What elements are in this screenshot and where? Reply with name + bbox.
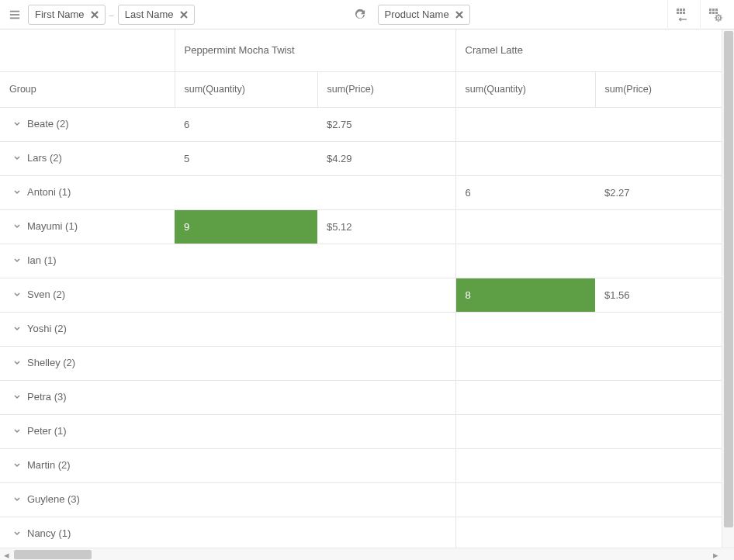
price-cell[interactable] [595, 380, 722, 414]
quantity-cell[interactable] [175, 278, 317, 312]
price-cell[interactable] [595, 448, 722, 482]
price-cell[interactable]: $5.12 [317, 209, 455, 244]
rows-icon[interactable] [5, 5, 25, 25]
quantity-cell[interactable] [175, 517, 317, 548]
scroll-left-arrow[interactable]: ◂ [0, 548, 12, 560]
vertical-scrollbar[interactable] [722, 29, 734, 548]
group-cell[interactable]: Yoshi (2) [0, 312, 175, 346]
price-cell[interactable] [317, 346, 455, 380]
price-cell[interactable]: $2.75 [317, 107, 455, 141]
group-cell[interactable]: Nancy (1) [0, 517, 175, 548]
price-cell[interactable] [595, 414, 722, 448]
measure-header[interactable]: sum(Price) [595, 71, 722, 107]
quantity-cell[interactable] [455, 346, 595, 380]
row-chip-lastname[interactable]: Last Name [118, 5, 195, 25]
group-cell[interactable]: Peter (1) [0, 414, 175, 448]
price-cell[interactable] [317, 414, 455, 448]
quantity-cell[interactable]: 6 [175, 107, 317, 141]
close-icon[interactable] [89, 9, 100, 20]
group-cell[interactable]: Sven (2) [0, 278, 175, 312]
price-cell[interactable] [595, 209, 722, 244]
measure-header[interactable]: sum(Quantity) [175, 71, 317, 107]
quantity-cell[interactable] [455, 209, 595, 244]
group-cell[interactable]: Beate (2) [0, 107, 175, 141]
expand-button[interactable]: Antoni (1) [12, 186, 71, 198]
settings-icon[interactable] [700, 0, 729, 29]
price-cell[interactable]: $2.27 [595, 175, 722, 209]
quantity-cell[interactable] [175, 482, 317, 517]
quantity-cell[interactable]: 5 [175, 141, 317, 175]
refresh-icon[interactable] [350, 5, 370, 25]
price-cell[interactable] [317, 278, 455, 312]
quantity-cell[interactable] [455, 380, 595, 414]
scroll-right-arrow[interactable]: ▸ [709, 548, 722, 560]
expand-button[interactable]: Guylene (3) [12, 493, 80, 505]
price-cell[interactable]: $4.29 [317, 141, 455, 175]
quantity-cell[interactable] [455, 107, 595, 141]
quantity-cell[interactable] [455, 482, 595, 517]
expand-button[interactable]: Lars (2) [12, 152, 62, 164]
group-cell[interactable]: Ian (1) [0, 244, 175, 278]
expand-button[interactable]: Peter (1) [12, 425, 67, 437]
product-header[interactable]: Cramel Latte [455, 29, 722, 71]
quantity-cell[interactable] [175, 448, 317, 482]
price-cell[interactable] [317, 448, 455, 482]
price-cell[interactable] [317, 244, 455, 278]
quantity-cell[interactable] [455, 448, 595, 482]
quantity-cell[interactable] [175, 414, 317, 448]
price-cell[interactable] [317, 517, 455, 548]
quantity-cell[interactable]: 6 [455, 175, 595, 209]
price-cell[interactable] [595, 312, 722, 346]
close-icon[interactable] [454, 9, 465, 20]
expand-button[interactable]: Beate (2) [12, 118, 68, 130]
expand-button[interactable]: Martin (2) [12, 459, 71, 471]
price-cell[interactable] [595, 107, 722, 141]
price-cell[interactable] [595, 482, 722, 517]
price-cell[interactable]: $1.56 [595, 278, 722, 312]
expand-button[interactable]: Yoshi (2) [12, 323, 67, 334]
export-icon[interactable] [667, 0, 697, 29]
col-chip-productname[interactable]: Product Name [378, 5, 470, 25]
price-cell[interactable] [595, 141, 722, 175]
expand-button[interactable]: Mayumi (1) [12, 220, 78, 232]
group-cell[interactable]: Antoni (1) [0, 175, 175, 209]
expand-button[interactable]: Ian (1) [12, 254, 57, 266]
price-cell[interactable] [595, 346, 722, 380]
quantity-cell[interactable] [455, 414, 595, 448]
close-icon[interactable] [178, 9, 189, 20]
product-header[interactable]: Peppermint Mocha Twist [175, 29, 455, 71]
quantity-cell[interactable] [455, 141, 595, 175]
group-cell[interactable]: Shelley (2) [0, 346, 175, 380]
row-chip-firstname[interactable]: First Name [28, 5, 106, 25]
price-cell[interactable] [317, 380, 455, 414]
expand-button[interactable]: Sven (2) [12, 289, 65, 300]
quantity-cell[interactable] [175, 380, 317, 414]
group-cell[interactable]: Guylene (3) [0, 482, 175, 517]
measure-header[interactable]: sum(Quantity) [455, 71, 595, 107]
measure-header[interactable]: sum(Price) [317, 71, 455, 107]
quantity-cell[interactable] [175, 244, 317, 278]
expand-button[interactable]: Nancy (1) [12, 527, 71, 539]
quantity-cell[interactable] [455, 244, 595, 278]
group-cell[interactable]: Martin (2) [0, 448, 175, 482]
expand-button[interactable]: Petra (3) [12, 391, 67, 403]
quantity-cell[interactable]: 8 [455, 278, 595, 312]
quantity-cell[interactable]: 9 [175, 209, 317, 244]
quantity-cell[interactable] [175, 312, 317, 346]
quantity-cell[interactable] [175, 346, 317, 380]
quantity-cell[interactable] [455, 517, 595, 548]
group-header[interactable]: Group [0, 71, 175, 107]
price-cell[interactable] [595, 244, 722, 278]
price-cell[interactable] [317, 482, 455, 517]
group-cell[interactable]: Mayumi (1) [0, 209, 175, 244]
scrollbar-thumb[interactable] [724, 31, 733, 527]
quantity-cell[interactable] [175, 175, 317, 209]
scrollbar-thumb[interactable] [14, 550, 92, 559]
horizontal-scrollbar[interactable]: ◂ ▸ [0, 548, 734, 560]
price-cell[interactable] [595, 517, 722, 548]
price-cell[interactable] [317, 312, 455, 346]
expand-button[interactable]: Shelley (2) [12, 357, 75, 368]
group-cell[interactable]: Petra (3) [0, 380, 175, 414]
price-cell[interactable] [317, 175, 455, 209]
group-cell[interactable]: Lars (2) [0, 141, 175, 175]
